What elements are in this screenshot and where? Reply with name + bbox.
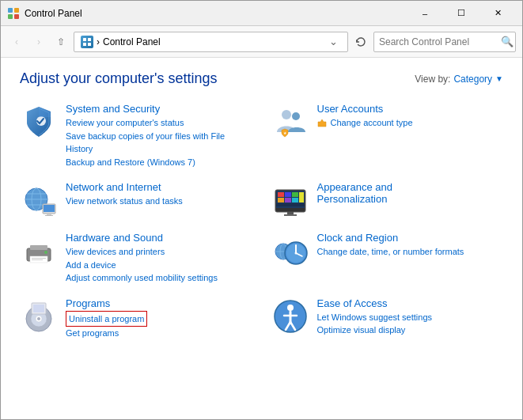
clock-region-content: Clock and Region Change date, time, or n…: [317, 232, 504, 259]
hardware-sound-icon: [20, 232, 58, 270]
system-security-title[interactable]: System and Security: [66, 103, 252, 115]
system-security-link-3[interactable]: Backup and Restore (Windows 7): [66, 156, 252, 169]
window-title: Control Panel: [25, 8, 407, 19]
category-ease-of-access: Ease of Access Let Windows suggest setti…: [271, 297, 504, 340]
user-accounts-icon: ★: [271, 103, 309, 141]
svg-point-50: [37, 317, 40, 320]
category-programs: Programs Uninstall a program Get program…: [20, 297, 252, 340]
category-hardware-sound: Hardware and Sound View devices and prin…: [20, 232, 252, 285]
system-security-icon: [20, 103, 58, 141]
ease-of-access-title[interactable]: Ease of Access: [317, 297, 504, 309]
svg-rect-7: [88, 43, 91, 46]
svg-rect-4: [83, 38, 86, 41]
network-internet-title[interactable]: Network and Internet: [66, 181, 252, 193]
view-by-chevron-icon: ▼: [495, 74, 503, 83]
svg-rect-34: [30, 245, 47, 250]
address-dropdown-button[interactable]: ⌄: [325, 32, 341, 51]
user-accounts-content: User Accounts Change account type: [317, 103, 504, 130]
category-system-security: System and Security Review your computer…: [20, 103, 252, 168]
network-internet-content: Network and Internet View network status…: [66, 181, 252, 208]
svg-rect-0: [8, 8, 13, 13]
user-accounts-link-1[interactable]: Change account type: [317, 116, 504, 130]
programs-icon: [20, 297, 58, 335]
svg-rect-36: [32, 258, 46, 259]
search-icon: 🔍: [501, 36, 514, 47]
svg-rect-32: [284, 214, 297, 216]
hardware-sound-title[interactable]: Hardware and Sound: [66, 232, 252, 244]
svg-point-9: [282, 110, 291, 119]
appearance-title[interactable]: Appearance andPersonalization: [317, 181, 504, 205]
address-field[interactable]: › Control Panel ⌄: [74, 32, 348, 52]
view-by-label: View by:: [415, 74, 450, 85]
svg-point-38: [44, 251, 47, 254]
svg-rect-18: [44, 205, 55, 212]
programs-title[interactable]: Programs: [66, 297, 252, 309]
main-content: Adjust your computer's settings View by:…: [1, 58, 522, 420]
hardware-sound-link-3[interactable]: Adjust commonly used mobility settings: [66, 271, 252, 285]
svg-rect-28: [292, 198, 298, 202]
network-internet-link-1[interactable]: View network status and tasks: [66, 195, 252, 208]
hardware-sound-link-2[interactable]: Add a device: [66, 259, 252, 272]
page-header: Adjust your computer's settings View by:…: [20, 70, 503, 87]
svg-rect-19: [47, 214, 51, 215]
programs-link-uninstall[interactable]: Uninstall a program: [66, 311, 147, 327]
ease-of-access-link-2[interactable]: Optimize visual display: [317, 324, 504, 337]
network-internet-icon: [20, 181, 58, 219]
hardware-sound-link-1[interactable]: View devices and printers: [66, 245, 252, 259]
svg-rect-3: [14, 14, 19, 19]
search-box[interactable]: 🔍: [373, 32, 516, 52]
ease-of-access-link-1[interactable]: Let Windows suggest settings: [317, 311, 504, 324]
svg-rect-27: [285, 198, 291, 202]
view-by-value[interactable]: Category: [453, 74, 492, 85]
svg-rect-1: [14, 8, 19, 13]
category-appearance: Appearance andPersonalization: [271, 181, 504, 219]
svg-rect-24: [285, 192, 291, 197]
view-by: View by: Category ▼: [415, 74, 503, 85]
svg-rect-30: [276, 203, 305, 206]
user-accounts-title[interactable]: User Accounts: [317, 103, 504, 115]
breadcrumb-current: Control Panel: [103, 36, 161, 47]
page-title: Adjust your computer's settings: [20, 70, 218, 87]
maximize-button[interactable]: ☐: [443, 1, 479, 26]
breadcrumb: › Control Panel: [81, 36, 320, 48]
system-security-link-2[interactable]: Save backup copies of your files with Fi…: [66, 130, 252, 156]
system-security-link-1[interactable]: Review your computer's status: [66, 116, 252, 130]
system-security-content: System and Security Review your computer…: [66, 103, 252, 168]
svg-rect-5: [88, 38, 91, 41]
programs-link-get[interactable]: Get programs: [66, 327, 252, 340]
category-clock-region: Clock and Region Change date, time, or n…: [271, 232, 504, 285]
minimize-button[interactable]: –: [407, 1, 443, 26]
svg-rect-2: [8, 14, 13, 19]
clock-region-link-1[interactable]: Change date, time, or number formats: [317, 245, 504, 259]
clock-region-title[interactable]: Clock and Region: [317, 232, 504, 244]
svg-rect-52: [33, 305, 44, 312]
svg-rect-26: [278, 198, 284, 202]
svg-rect-25: [292, 192, 298, 197]
appearance-icon: [271, 181, 309, 219]
svg-rect-6: [83, 43, 86, 46]
up-button[interactable]: ⇧: [51, 32, 70, 51]
search-input[interactable]: [379, 36, 498, 47]
category-user-accounts: ★ User Accounts Change account type: [271, 103, 504, 168]
address-icon: [81, 36, 93, 48]
svg-rect-37: [32, 259, 43, 260]
app-icon: [7, 7, 20, 20]
address-bar: ‹ › ⇧ › Control Panel ⌄ 🔍: [1, 26, 522, 58]
categories-grid: System and Security Review your computer…: [20, 103, 503, 340]
back-button[interactable]: ‹: [7, 32, 26, 51]
svg-point-10: [292, 112, 300, 120]
hardware-sound-content: Hardware and Sound View devices and prin…: [66, 232, 252, 285]
category-network-internet: Network and Internet View network status…: [20, 181, 252, 219]
refresh-button[interactable]: [351, 32, 370, 51]
breadcrumb-separator: ›: [97, 36, 100, 47]
ease-of-access-content: Ease of Access Let Windows suggest setti…: [317, 297, 504, 337]
forward-button[interactable]: ›: [29, 32, 48, 51]
svg-rect-20: [45, 215, 53, 216]
svg-rect-23: [278, 192, 284, 197]
close-button[interactable]: ✕: [479, 1, 516, 26]
svg-rect-31: [287, 212, 294, 214]
svg-point-54: [287, 305, 294, 311]
clock-region-icon: [271, 232, 309, 270]
programs-content: Programs Uninstall a program Get program…: [66, 297, 252, 340]
appearance-content: Appearance andPersonalization: [317, 181, 504, 206]
